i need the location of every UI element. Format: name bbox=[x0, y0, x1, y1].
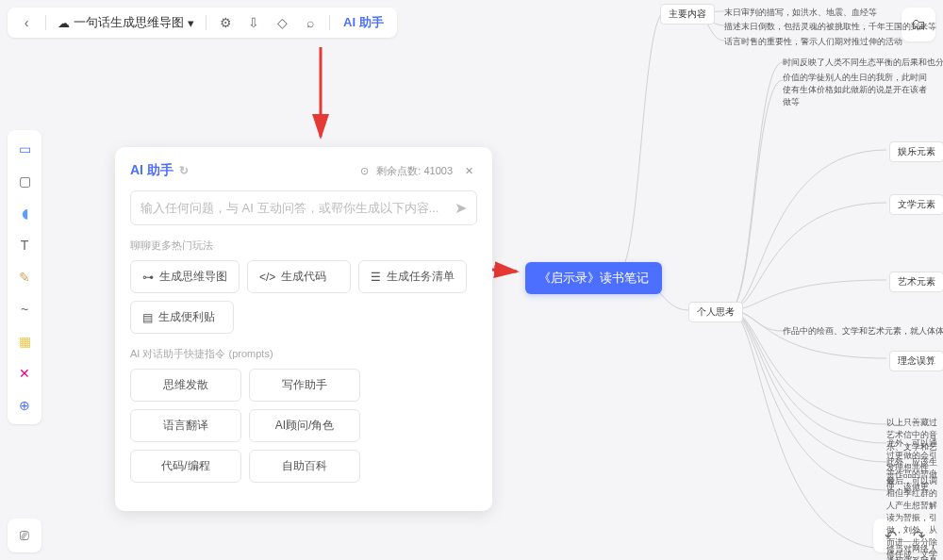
refresh-icon[interactable]: ↻ bbox=[179, 164, 189, 177]
tool-text[interactable]: T bbox=[11, 232, 38, 258]
ai-assistant-button[interactable]: AI 助手 bbox=[338, 14, 389, 31]
separator bbox=[45, 15, 46, 30]
export-button[interactable]: ⇩ bbox=[242, 11, 265, 34]
leaf-text[interactable]: 话言时售的重要性，警示人们期对推过伸的活动 bbox=[724, 36, 902, 48]
node-entertainment[interactable]: 娱乐元素 bbox=[889, 141, 943, 162]
tag-button[interactable]: ◇ bbox=[271, 11, 293, 34]
tasklist-icon: ☰ bbox=[371, 271, 381, 284]
separator bbox=[329, 15, 330, 30]
chevron-down-icon: ▾ bbox=[188, 16, 194, 30]
node-literature[interactable]: 文学元素 bbox=[889, 194, 943, 215]
generate-chips: ⊶生成思维导图 </>生成代码 ☰生成任务清单 ▤生成便利贴 bbox=[130, 260, 477, 334]
credits-icon: ⊙ bbox=[360, 165, 369, 177]
ai-panel-header: AI 助手 ↻ ⊙ 剩余点数: 41003 ✕ bbox=[130, 162, 477, 179]
chip-writer[interactable]: 写作助手 bbox=[249, 369, 360, 402]
sticky-icon: ▤ bbox=[142, 311, 153, 324]
separator bbox=[206, 15, 207, 30]
chip-coding[interactable]: 代码/编程 bbox=[130, 450, 241, 483]
title-text: 一句话生成思维导图 bbox=[74, 14, 184, 31]
send-button[interactable]: ➤ bbox=[455, 199, 467, 217]
section-prompts-label: AI 对话助手快捷指令 (prompts) bbox=[130, 347, 477, 361]
chip-role[interactable]: AI顾问/角色 bbox=[249, 409, 360, 442]
credits-text: 剩余点数: 41003 bbox=[376, 164, 453, 178]
chip-sticky[interactable]: ▤生成便利贴 bbox=[130, 301, 234, 334]
chip-code[interactable]: </>生成代码 bbox=[247, 260, 351, 293]
chip-translate[interactable]: 语言翻译 bbox=[130, 409, 241, 442]
mindmap-root[interactable]: 《启示录》读书笔记 bbox=[525, 262, 662, 294]
gear-icon: ⚙ bbox=[220, 15, 232, 30]
ai-assistant-panel: AI 助手 ↻ ⊙ 剩余点数: 41003 ✕ ➤ 聊聊更多热门玩法 ⊶生成思维… bbox=[115, 147, 492, 511]
leaf-text[interactable]: 价值的学徒别人的生日的我所，此时间使有生体价格如此做新的说是开在该者做等 bbox=[783, 72, 934, 108]
tool-sidebar: ▭ ▢ ◖ T ✎ ~ ▦ ✕ ⊕ bbox=[8, 130, 41, 424]
tool-shape[interactable]: ◖ bbox=[11, 200, 38, 226]
prompt-chips: 思维发散 写作助手 语言翻译 AI顾问/角色 代码/编程 自助百科 bbox=[130, 369, 477, 483]
node-main-content[interactable]: 主要内容 bbox=[660, 4, 715, 25]
chip-mindmap[interactable]: ⊶生成思维导图 bbox=[130, 260, 240, 293]
search-button[interactable]: ⌕ bbox=[299, 11, 322, 34]
layers-button[interactable]: ⎚ bbox=[8, 519, 41, 552]
back-button[interactable]: ‹ bbox=[15, 11, 38, 34]
leaf-text[interactable]: 末日审判的描写，如洪水、地震、血经等 bbox=[724, 7, 877, 19]
tool-note[interactable]: ▦ bbox=[11, 328, 38, 354]
section-hot-label: 聊聊更多热门玩法 bbox=[130, 239, 477, 253]
tool-pen[interactable]: ✎ bbox=[11, 264, 38, 290]
ai-prompt-input[interactable] bbox=[141, 201, 455, 215]
ai-panel-title: AI 助手 ↻ bbox=[130, 162, 189, 179]
leaf-text[interactable]: 描述末日倒数，包括灵魂的被挑取性，千年王国的到来等 bbox=[724, 21, 936, 33]
export-icon: ⇩ bbox=[248, 15, 259, 30]
tool-frame[interactable]: ▢ bbox=[11, 168, 38, 194]
node-personal-thought[interactable]: 个人思考 bbox=[688, 302, 743, 322]
chip-diverge[interactable]: 思维发散 bbox=[130, 369, 241, 402]
tool-more[interactable]: ⊕ bbox=[11, 392, 38, 419]
tool-select[interactable]: ▭ bbox=[11, 136, 38, 162]
leaf-text[interactable]: 时间反映了人类不同生态平衡的后果和也分的重要性 bbox=[783, 57, 943, 69]
chip-wiki[interactable]: 自助百科 bbox=[249, 450, 360, 483]
layers-icon: ⎚ bbox=[20, 527, 29, 544]
code-icon: </> bbox=[259, 271, 275, 284]
node-art[interactable]: 艺术元素 bbox=[889, 272, 943, 292]
tag-icon: ◇ bbox=[277, 15, 288, 30]
settings-button[interactable]: ⚙ bbox=[214, 11, 237, 34]
cloud-icon: ☁ bbox=[58, 16, 70, 30]
leaf-text[interactable]: 作品中的绘画、文学和艺术元素，就人体体现的的值是做等 bbox=[783, 325, 943, 338]
chip-tasklist[interactable]: ☰生成任务清单 bbox=[358, 260, 467, 293]
close-icon: ✕ bbox=[465, 165, 473, 177]
search-icon: ⌕ bbox=[306, 15, 314, 30]
send-icon: ➤ bbox=[455, 200, 467, 216]
tool-cross[interactable]: ✕ bbox=[11, 360, 38, 387]
leaf-text[interactable]: 修当对网络人类和使系做是想的音善做和 bbox=[886, 543, 939, 560]
document-title[interactable]: ☁ 一句话生成思维导图 ▾ bbox=[54, 14, 198, 31]
ai-input-row: ➤ bbox=[130, 190, 477, 225]
close-button[interactable]: ✕ bbox=[460, 162, 477, 179]
node-concept[interactable]: 理念误算 bbox=[889, 351, 943, 371]
mindmap-icon: ⊶ bbox=[142, 271, 154, 284]
top-bar: ‹ ☁ 一句话生成思维导图 ▾ ⚙ ⇩ ◇ ⌕ AI 助手 bbox=[8, 8, 397, 38]
tool-curve[interactable]: ~ bbox=[11, 296, 38, 322]
